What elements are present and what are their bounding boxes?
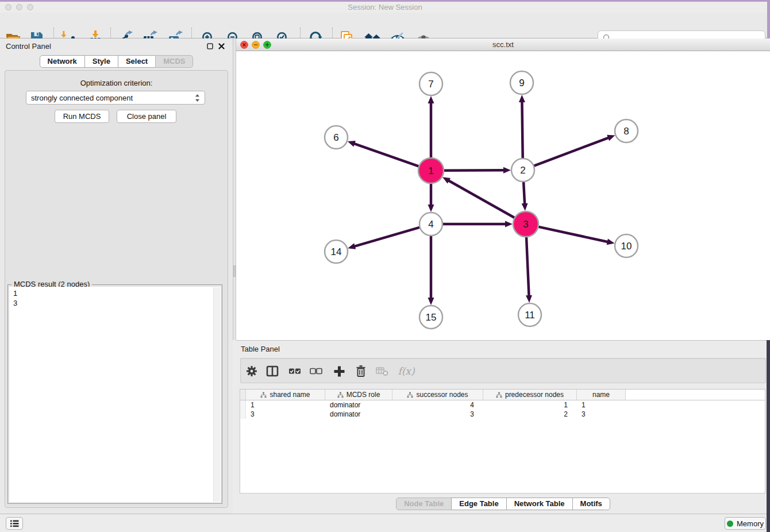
graph-node-15[interactable]: 15 bbox=[419, 306, 442, 329]
table-cell[interactable]: 3 bbox=[392, 410, 483, 419]
column-label: predecessor nodes bbox=[505, 391, 564, 399]
graph-node-10[interactable]: 10 bbox=[615, 234, 638, 257]
graph-edge-arrowhead bbox=[428, 96, 434, 103]
table-cell[interactable]: 1 bbox=[577, 400, 626, 410]
graph-edge-arrowhead bbox=[519, 95, 525, 102]
criterion-value: strongly connected component bbox=[31, 94, 195, 102]
graph-edge-3-1[interactable] bbox=[448, 180, 515, 218]
result-scrollbar[interactable] bbox=[213, 287, 220, 502]
column-label: MCDS role bbox=[346, 391, 380, 399]
tree-icon bbox=[337, 392, 344, 398]
graph-edge-3-11[interactable] bbox=[526, 237, 529, 296]
graph-node-label: 9 bbox=[519, 78, 524, 88]
mcds-tab-content: Optimization criterion: strongly connect… bbox=[5, 70, 228, 508]
function-builder-button[interactable]: f(x) bbox=[397, 362, 415, 380]
window-titlebar[interactable]: Session: New Session bbox=[0, 2, 770, 13]
graph-node-6[interactable]: 6 bbox=[325, 126, 348, 149]
application-window: Session: New Session bbox=[0, 0, 770, 532]
tab-motifs[interactable]: Motifs bbox=[572, 498, 610, 510]
tree-icon bbox=[260, 392, 267, 398]
table-cell[interactable]: 1 bbox=[483, 400, 577, 410]
tab-node-table[interactable]: Node Table bbox=[396, 498, 452, 510]
graph-node-7[interactable]: 7 bbox=[419, 72, 442, 95]
graph-edge-4-14[interactable] bbox=[354, 228, 420, 246]
memory-button[interactable]: Memory bbox=[725, 517, 766, 530]
split-view-button[interactable] bbox=[263, 362, 282, 380]
network-canvas[interactable]: 1234678910111415 bbox=[236, 51, 770, 340]
table-cell[interactable]: 3 bbox=[577, 410, 626, 419]
optimization-criterion-label: Optimization criterion: bbox=[5, 79, 228, 87]
column-label: shared name bbox=[270, 391, 310, 399]
graph-node-2[interactable]: 2 bbox=[511, 159, 534, 182]
tab-mcds[interactable]: MCDS bbox=[155, 55, 193, 68]
network-window-title: scc.txt bbox=[236, 40, 770, 49]
column-header-predecessor-nodes[interactable]: predecessor nodes bbox=[483, 390, 577, 400]
graph-node-8[interactable]: 8 bbox=[615, 119, 638, 142]
trash-icon bbox=[355, 365, 367, 377]
float-panel-button[interactable] bbox=[206, 43, 214, 50]
table-cell[interactable]: dominator bbox=[325, 410, 392, 419]
graph-edge-1-6[interactable] bbox=[353, 144, 419, 167]
graph-edge-arrowhead bbox=[522, 203, 528, 211]
deselect-all-button[interactable] bbox=[307, 362, 325, 380]
column-header-shared-name[interactable]: shared name bbox=[246, 390, 325, 400]
table-cell[interactable]: dominator bbox=[325, 400, 392, 410]
graph-node-14[interactable]: 14 bbox=[325, 240, 348, 263]
checked-boxes-icon bbox=[288, 368, 301, 375]
table-panel-title: Table Panel bbox=[241, 345, 280, 353]
tree-icon bbox=[496, 392, 502, 398]
graph-edge-2-3[interactable] bbox=[523, 182, 525, 205]
add-column-button[interactable] bbox=[330, 362, 348, 380]
close-panel-button[interactable] bbox=[218, 43, 225, 50]
graph-edge-arrowhead bbox=[348, 243, 356, 249]
row-gutter bbox=[240, 410, 246, 419]
graph-node-4[interactable]: 4 bbox=[419, 213, 442, 236]
graph-node-1[interactable]: 1 bbox=[418, 158, 444, 183]
fx-icon: f(x) bbox=[398, 365, 414, 377]
table-cell[interactable]: 2 bbox=[483, 410, 577, 419]
memory-status-dot bbox=[727, 521, 733, 527]
table-settings-button[interactable] bbox=[242, 362, 261, 380]
graph-node-label: 2 bbox=[520, 165, 525, 176]
network-window-titlebar[interactable]: scc.txt bbox=[236, 38, 770, 51]
table-row[interactable]: 1dominator411 bbox=[240, 400, 765, 410]
table-body: 1dominator4113dominator323 bbox=[240, 400, 765, 419]
close-panel-action-button[interactable]: Close panel bbox=[117, 110, 176, 123]
graph-edge-3-10[interactable] bbox=[538, 227, 608, 242]
main-toolbar bbox=[0, 13, 770, 38]
graph-edge-1-2[interactable] bbox=[444, 170, 505, 171]
delete-column-button[interactable] bbox=[352, 362, 370, 380]
tab-network[interactable]: Network bbox=[40, 55, 85, 68]
tab-network-table[interactable]: Network Table bbox=[506, 498, 573, 510]
graph-edge-2-8[interactable] bbox=[534, 137, 609, 166]
desktop-edge bbox=[767, 340, 770, 532]
column-header-mcds-role[interactable]: MCDS role bbox=[325, 390, 392, 400]
status-bar: Memory bbox=[0, 514, 770, 532]
graph-edge-2-9[interactable] bbox=[522, 101, 522, 159]
table-cell[interactable]: 4 bbox=[392, 400, 483, 410]
tab-select[interactable]: Select bbox=[118, 55, 156, 68]
criterion-dropdown[interactable]: strongly connected component bbox=[26, 91, 205, 105]
mcds-result-line: 1 bbox=[13, 288, 221, 298]
mcds-result-group: MCDS result (2 nodes) 13 bbox=[7, 284, 222, 504]
table-row[interactable]: 3dominator323 bbox=[240, 410, 765, 419]
select-all-button[interactable] bbox=[286, 362, 304, 380]
node-table: shared name MCDS role successor nodes pr… bbox=[240, 389, 765, 494]
column-header-name[interactable]: name bbox=[577, 390, 626, 400]
show-panels-list-button[interactable] bbox=[6, 517, 23, 530]
splitter-grip[interactable] bbox=[233, 265, 236, 277]
mcds-result-textarea[interactable]: 13 bbox=[9, 287, 221, 502]
graph-node-9[interactable]: 9 bbox=[510, 71, 533, 94]
graph-node-label: 11 bbox=[525, 310, 535, 321]
delete-table-button[interactable] bbox=[373, 362, 391, 380]
table-cell[interactable]: 1 bbox=[246, 400, 325, 410]
run-mcds-button[interactable]: Run MCDS bbox=[55, 110, 109, 123]
graph-node-3[interactable]: 3 bbox=[513, 211, 538, 237]
table-panel: Table Panel bbox=[236, 340, 770, 514]
row-gutter bbox=[240, 400, 246, 410]
tab-style[interactable]: Style bbox=[84, 55, 118, 68]
column-header-successor-nodes[interactable]: successor nodes bbox=[392, 390, 483, 400]
tab-edge-table[interactable]: Edge Table bbox=[451, 498, 506, 510]
table-cell[interactable]: 3 bbox=[246, 410, 325, 419]
graph-node-11[interactable]: 11 bbox=[518, 303, 541, 326]
